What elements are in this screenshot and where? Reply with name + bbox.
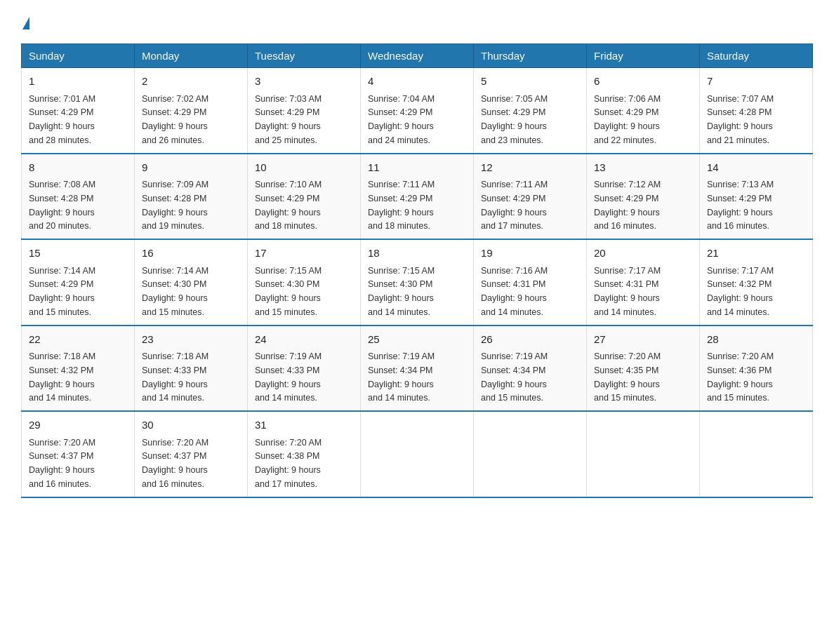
header-cell-monday: Monday — [135, 44, 248, 68]
day-info: Sunrise: 7:15 AMSunset: 4:30 PMDaylight:… — [368, 266, 435, 317]
day-cell — [361, 411, 474, 497]
day-number: 4 — [368, 74, 466, 90]
day-cell: 9 Sunrise: 7:09 AMSunset: 4:28 PMDayligh… — [135, 154, 248, 240]
day-info: Sunrise: 7:09 AMSunset: 4:28 PMDaylight:… — [142, 180, 208, 231]
day-number: 14 — [707, 160, 805, 176]
day-cell: 21 Sunrise: 7:17 AMSunset: 4:32 PMDaylig… — [700, 239, 813, 326]
logo — [21, 14, 29, 31]
header-cell-sunday: Sunday — [22, 44, 135, 68]
day-cell: 26 Sunrise: 7:19 AMSunset: 4:34 PMDaylig… — [474, 326, 587, 412]
day-number: 20 — [594, 246, 692, 262]
header-row: SundayMondayTuesdayWednesdayThursdayFrid… — [22, 44, 813, 68]
day-cell: 24 Sunrise: 7:19 AMSunset: 4:33 PMDaylig… — [248, 326, 361, 412]
day-info: Sunrise: 7:10 AMSunset: 4:29 PMDaylight:… — [255, 180, 322, 231]
header-cell-friday: Friday — [587, 44, 700, 68]
day-cell: 10 Sunrise: 7:10 AMSunset: 4:29 PMDaylig… — [248, 154, 361, 240]
day-number: 5 — [481, 74, 579, 90]
day-info: Sunrise: 7:13 AMSunset: 4:29 PMDaylight:… — [707, 180, 774, 231]
day-info: Sunrise: 7:20 AMSunset: 4:36 PMDaylight:… — [707, 351, 774, 403]
header-cell-saturday: Saturday — [700, 44, 813, 68]
day-cell: 22 Sunrise: 7:18 AMSunset: 4:32 PMDaylig… — [22, 326, 135, 412]
day-info: Sunrise: 7:11 AMSunset: 4:29 PMDaylight:… — [481, 180, 548, 231]
day-number: 10 — [255, 160, 353, 176]
week-row-4: 22 Sunrise: 7:18 AMSunset: 4:32 PMDaylig… — [22, 326, 813, 412]
day-cell: 13 Sunrise: 7:12 AMSunset: 4:29 PMDaylig… — [587, 154, 700, 240]
day-info: Sunrise: 7:20 AMSunset: 4:37 PMDaylight:… — [142, 438, 208, 489]
day-cell: 8 Sunrise: 7:08 AMSunset: 4:28 PMDayligh… — [22, 154, 135, 240]
day-number: 1 — [29, 74, 127, 90]
calendar-header: SundayMondayTuesdayWednesdayThursdayFrid… — [22, 44, 813, 68]
day-number: 26 — [481, 332, 579, 348]
day-number: 27 — [594, 332, 692, 348]
day-info: Sunrise: 7:15 AMSunset: 4:30 PMDaylight:… — [255, 266, 322, 317]
day-info: Sunrise: 7:17 AMSunset: 4:32 PMDaylight:… — [707, 266, 774, 317]
page-header — [21, 14, 813, 31]
day-info: Sunrise: 7:14 AMSunset: 4:29 PMDaylight:… — [29, 266, 95, 317]
day-info: Sunrise: 7:04 AMSunset: 4:29 PMDaylight:… — [368, 94, 435, 145]
day-cell — [474, 411, 587, 497]
day-info: Sunrise: 7:16 AMSunset: 4:31 PMDaylight:… — [481, 266, 548, 317]
week-row-5: 29 Sunrise: 7:20 AMSunset: 4:37 PMDaylig… — [22, 411, 813, 497]
day-info: Sunrise: 7:12 AMSunset: 4:29 PMDaylight:… — [594, 180, 661, 231]
day-cell: 18 Sunrise: 7:15 AMSunset: 4:30 PMDaylig… — [361, 239, 474, 326]
day-cell: 17 Sunrise: 7:15 AMSunset: 4:30 PMDaylig… — [248, 239, 361, 326]
day-cell: 6 Sunrise: 7:06 AMSunset: 4:29 PMDayligh… — [587, 68, 700, 154]
header-cell-thursday: Thursday — [474, 44, 587, 68]
day-info: Sunrise: 7:07 AMSunset: 4:28 PMDaylight:… — [707, 94, 774, 145]
day-cell: 5 Sunrise: 7:05 AMSunset: 4:29 PMDayligh… — [474, 68, 587, 154]
day-number: 7 — [707, 74, 805, 90]
day-info: Sunrise: 7:19 AMSunset: 4:33 PMDaylight:… — [255, 351, 322, 403]
day-cell: 14 Sunrise: 7:13 AMSunset: 4:29 PMDaylig… — [700, 154, 813, 240]
day-number: 29 — [29, 417, 127, 434]
day-info: Sunrise: 7:01 AMSunset: 4:29 PMDaylight:… — [29, 94, 95, 145]
day-info: Sunrise: 7:20 AMSunset: 4:38 PMDaylight:… — [255, 438, 322, 489]
day-info: Sunrise: 7:19 AMSunset: 4:34 PMDaylight:… — [368, 351, 435, 403]
day-number: 21 — [707, 246, 805, 262]
day-number: 6 — [594, 74, 692, 90]
day-cell: 12 Sunrise: 7:11 AMSunset: 4:29 PMDaylig… — [474, 154, 587, 240]
day-info: Sunrise: 7:02 AMSunset: 4:29 PMDaylight:… — [142, 94, 208, 145]
day-cell: 1 Sunrise: 7:01 AMSunset: 4:29 PMDayligh… — [22, 68, 135, 154]
day-cell: 30 Sunrise: 7:20 AMSunset: 4:37 PMDaylig… — [135, 411, 248, 497]
day-info: Sunrise: 7:03 AMSunset: 4:29 PMDaylight:… — [255, 94, 322, 145]
day-number: 31 — [255, 417, 353, 434]
day-info: Sunrise: 7:19 AMSunset: 4:34 PMDaylight:… — [481, 351, 548, 403]
day-number: 24 — [255, 332, 353, 348]
header-cell-tuesday: Tuesday — [248, 44, 361, 68]
day-number: 25 — [368, 332, 466, 348]
logo-triangle-icon — [22, 17, 29, 29]
header-cell-wednesday: Wednesday — [361, 44, 474, 68]
day-cell: 15 Sunrise: 7:14 AMSunset: 4:29 PMDaylig… — [22, 239, 135, 326]
calendar-body: 1 Sunrise: 7:01 AMSunset: 4:29 PMDayligh… — [22, 68, 813, 497]
day-cell: 27 Sunrise: 7:20 AMSunset: 4:35 PMDaylig… — [587, 326, 700, 412]
day-cell: 7 Sunrise: 7:07 AMSunset: 4:28 PMDayligh… — [700, 68, 813, 154]
day-number: 15 — [29, 246, 127, 262]
day-info: Sunrise: 7:14 AMSunset: 4:30 PMDaylight:… — [142, 266, 208, 317]
day-info: Sunrise: 7:08 AMSunset: 4:28 PMDaylight:… — [29, 180, 95, 231]
day-number: 23 — [142, 332, 240, 348]
day-number: 13 — [594, 160, 692, 176]
day-number: 19 — [481, 246, 579, 262]
day-cell: 29 Sunrise: 7:20 AMSunset: 4:37 PMDaylig… — [22, 411, 135, 497]
week-row-2: 8 Sunrise: 7:08 AMSunset: 4:28 PMDayligh… — [22, 154, 813, 240]
day-number: 9 — [142, 160, 240, 176]
week-row-3: 15 Sunrise: 7:14 AMSunset: 4:29 PMDaylig… — [22, 239, 813, 326]
day-cell: 4 Sunrise: 7:04 AMSunset: 4:29 PMDayligh… — [361, 68, 474, 154]
day-info: Sunrise: 7:05 AMSunset: 4:29 PMDaylight:… — [481, 94, 548, 145]
day-cell — [587, 411, 700, 497]
day-cell: 25 Sunrise: 7:19 AMSunset: 4:34 PMDaylig… — [361, 326, 474, 412]
day-info: Sunrise: 7:18 AMSunset: 4:33 PMDaylight:… — [142, 351, 208, 403]
day-cell: 20 Sunrise: 7:17 AMSunset: 4:31 PMDaylig… — [587, 239, 700, 326]
day-cell: 28 Sunrise: 7:20 AMSunset: 4:36 PMDaylig… — [700, 326, 813, 412]
day-number: 18 — [368, 246, 466, 262]
day-number: 11 — [368, 160, 466, 176]
day-info: Sunrise: 7:18 AMSunset: 4:32 PMDaylight:… — [29, 351, 95, 403]
day-number: 22 — [29, 332, 127, 348]
day-info: Sunrise: 7:17 AMSunset: 4:31 PMDaylight:… — [594, 266, 661, 317]
day-number: 8 — [29, 160, 127, 176]
day-cell: 23 Sunrise: 7:18 AMSunset: 4:33 PMDaylig… — [135, 326, 248, 412]
day-cell: 3 Sunrise: 7:03 AMSunset: 4:29 PMDayligh… — [248, 68, 361, 154]
day-number: 16 — [142, 246, 240, 262]
day-number: 28 — [707, 332, 805, 348]
day-cell: 31 Sunrise: 7:20 AMSunset: 4:38 PMDaylig… — [248, 411, 361, 497]
